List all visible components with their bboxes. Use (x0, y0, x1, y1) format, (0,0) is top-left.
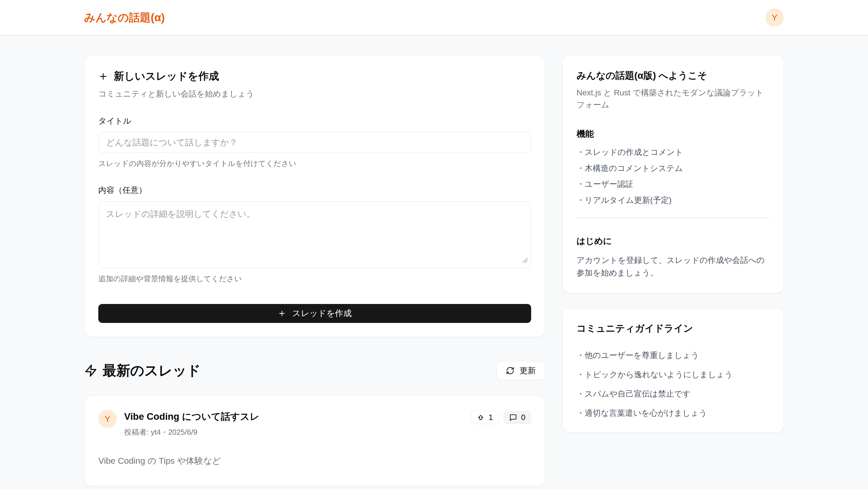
getting-started-text: アカウントを登録して、スレッドの作成や会話への参加を始めましょう。 (577, 254, 770, 279)
thread-body: Vibe Coding の Tips や体験など (98, 455, 531, 467)
features-list: スレッドの作成とコメント 木構造のコメントシステム ユーザー認証 リアルタイム更… (577, 148, 770, 205)
list-item: トピックから逸れないようにしましょう (577, 369, 770, 380)
zap-icon (84, 364, 97, 377)
create-thread-title: 新しいスレッドを作成 (114, 69, 219, 83)
app-header: みんなの話題(α) Y (0, 0, 868, 36)
latest-threads-heading-label: 最新のスレッド (103, 361, 201, 380)
comment-badge[interactable]: 0 (503, 411, 531, 424)
user-avatar[interactable]: Y (765, 8, 784, 27)
list-item: リアルタイム更新(予定) (577, 195, 770, 205)
list-item: 他のユーザーを尊重しましょう (577, 350, 770, 361)
list-item: ユーザー認証 (577, 179, 770, 189)
welcome-title: みんなの話題(α版) へようこそ (577, 69, 770, 82)
welcome-card: みんなの話題(α版) へようこそ Next.js と Rust で構築されたモダ… (562, 55, 784, 293)
create-thread-subtitle: コミュニティと新しい会話を始めましょう (98, 89, 531, 99)
app-title[interactable]: みんなの話題(α) (84, 10, 165, 25)
plus-icon (98, 71, 108, 81)
body-textarea[interactable] (98, 201, 531, 268)
upvote-badge[interactable]: 1 (471, 411, 499, 424)
list-item: 適切な言葉遣いを心がけましょう (577, 408, 770, 419)
guidelines-card: コミュニティガイドライン 他のユーザーを尊重しましょう トピックから逸れないよう… (562, 308, 784, 433)
plus-icon (278, 309, 286, 318)
thread-avatar: Y (98, 410, 117, 428)
title-label: タイトル (98, 116, 531, 126)
create-thread-button[interactable]: スレッドを作成 (98, 304, 531, 323)
latest-threads-heading: 最新のスレッド (84, 361, 201, 380)
welcome-subtitle: Next.js と Rust で構築されたモダンな議論プラットフォーム (577, 87, 770, 111)
comment-count: 0 (521, 413, 525, 422)
upvote-count: 1 (489, 413, 493, 422)
refresh-button[interactable]: 更新 (496, 361, 545, 380)
list-item: スレッドの作成とコメント (577, 148, 770, 157)
body-help: 追加の詳細や背景情報を提供してください (98, 274, 531, 284)
create-thread-card: 新しいスレッドを作成 コミュニティと新しい会話を始めましょう タイトル スレッド… (84, 55, 545, 337)
thread-meta: 投稿者: yt4・2025/6/9 (124, 427, 259, 437)
refresh-button-label: 更新 (520, 365, 536, 376)
body-label: 内容（任意） (98, 185, 531, 196)
comment-bubble-icon (509, 414, 517, 422)
getting-started-heading: はじめに (577, 235, 770, 247)
thread-title[interactable]: Vibe Coding について話すスレ (124, 410, 259, 423)
upvote-arrow-icon (477, 414, 485, 422)
features-heading: 機能 (577, 128, 770, 140)
create-thread-button-label: スレッドを作成 (292, 308, 351, 319)
thread-card[interactable]: Y Vibe Coding について話すスレ 投稿者: yt4・2025/6/9… (84, 396, 545, 486)
guidelines-list: 他のユーザーを尊重しましょう トピックから逸れないようにしましょう スパムや自己… (577, 350, 770, 419)
title-help: スレッドの内容が分かりやすいタイトルを付けてください (98, 159, 531, 169)
refresh-icon (506, 366, 515, 375)
list-item: 木構造のコメントシステム (577, 163, 770, 173)
title-input[interactable] (98, 132, 531, 153)
guidelines-title: コミュニティガイドライン (577, 322, 770, 335)
list-item: スパムや自己宣伝は禁止です (577, 388, 770, 399)
divider (577, 218, 770, 218)
